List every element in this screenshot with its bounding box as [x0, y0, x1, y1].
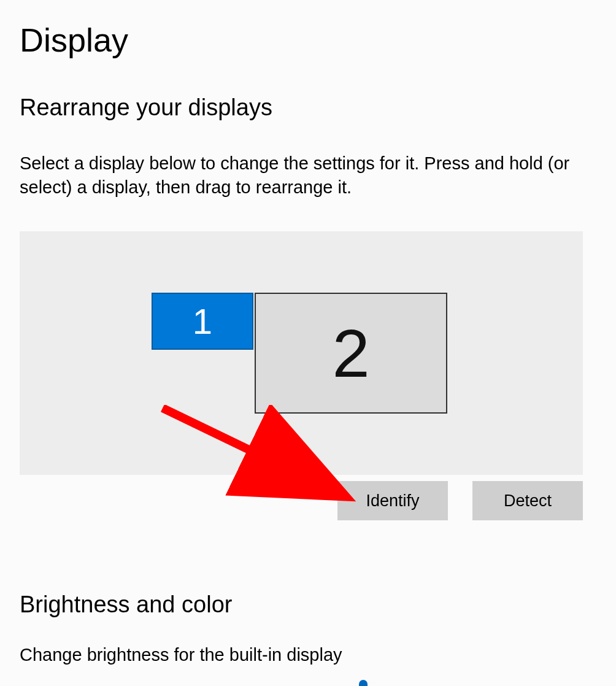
brightness-slider[interactable]: [20, 680, 363, 686]
slider-thumb[interactable]: [359, 680, 368, 686]
section-title-brightness: Brightness and color: [20, 592, 596, 618]
display-tile-2-label: 2: [332, 314, 369, 392]
detect-button[interactable]: Detect: [472, 481, 583, 520]
page-title: Display: [20, 21, 596, 59]
display-arrangement-area[interactable]: 1 2: [20, 231, 583, 475]
identify-button[interactable]: Identify: [337, 481, 448, 520]
display-tile-1[interactable]: 1: [152, 293, 253, 350]
rearrange-description: Select a display below to change the set…: [20, 152, 596, 199]
display-tile-2[interactable]: 2: [255, 293, 447, 414]
section-title-rearrange: Rearrange your displays: [20, 94, 596, 121]
display-tile-1-label: 1: [193, 301, 212, 342]
brightness-label: Change brightness for the built-in displ…: [20, 645, 596, 665]
